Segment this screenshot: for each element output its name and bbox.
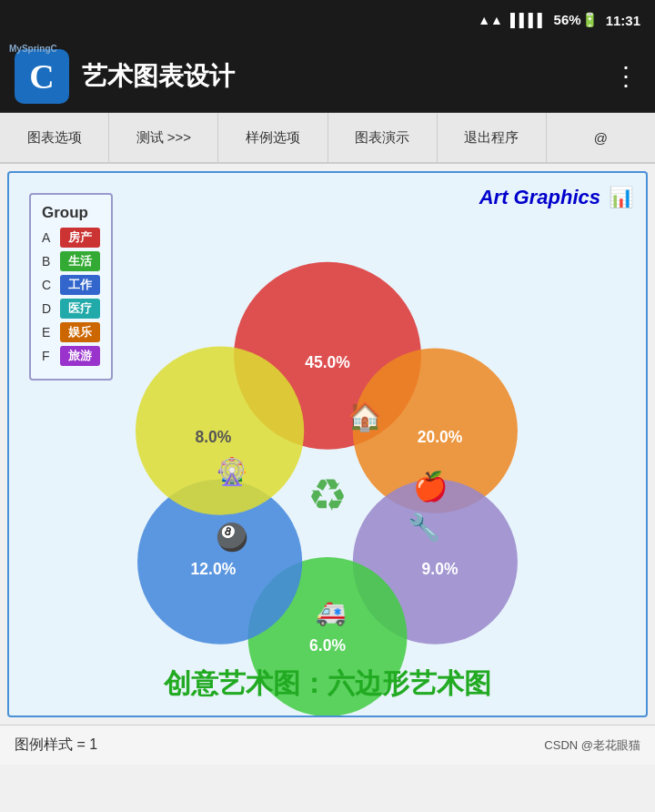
myspringc-label: MySpringC <box>9 44 57 54</box>
svg-text:♻: ♻ <box>307 470 348 520</box>
svg-text:9.0%: 9.0% <box>422 560 458 578</box>
title-bar: C 艺术图表设计 ⋮ <box>0 40 655 113</box>
footer: 图例样式 = 1 CSDN @老花眼猫 <box>0 725 655 765</box>
svg-text:🚑: 🚑 <box>316 598 347 627</box>
svg-text:🎡: 🎡 <box>216 456 248 488</box>
battery-status: 56%🔋 <box>554 12 599 28</box>
svg-text:45.0%: 45.0% <box>305 353 350 371</box>
app-icon: C <box>15 49 69 104</box>
nav-item-demo[interactable]: 图表演示 <box>328 113 438 162</box>
nav-item-samples[interactable]: 样例选项 <box>218 113 328 162</box>
status-bar: ▲▲ ▌▌▌▌ 56%🔋 11:31 <box>0 0 655 40</box>
signal-icon: ▌▌▌▌ <box>510 13 547 27</box>
svg-text:🔧: 🔧 <box>408 512 440 543</box>
chart-bottom-title: 创意艺术图：六边形艺术图 <box>9 665 646 703</box>
svg-text:🎱: 🎱 <box>216 522 248 553</box>
svg-text:🍎: 🍎 <box>413 470 448 503</box>
menu-dots-icon[interactable]: ⋮ <box>613 61 640 91</box>
footer-credits: CSDN @老花眼猫 <box>544 737 640 754</box>
nav-item-exit[interactable]: 退出程序 <box>438 113 547 162</box>
svg-text:8.0%: 8.0% <box>195 428 231 446</box>
app-title: 艺术图表设计 <box>82 59 613 94</box>
nav-item-at[interactable]: @ <box>547 113 655 162</box>
flower-chart-svg: ♻ 45.0% 20.0% 9.0% 6.0% 12.0% 8.0% 🏠 🍎 🔧… <box>9 173 646 716</box>
main-chart-area: Art Graphics 📊 Group A 房产 B 生活 C 工作 D 医疗… <box>7 171 648 717</box>
time-display: 11:31 <box>606 13 640 28</box>
nav-item-test[interactable]: 测试 >>> <box>109 113 218 162</box>
svg-text:🏠: 🏠 <box>348 400 383 433</box>
nav-bar: 图表选项 测试 >>> 样例选项 图表演示 退出程序 @ <box>0 113 655 164</box>
svg-text:20.0%: 20.0% <box>418 428 463 446</box>
nav-item-charts[interactable]: 图表选项 <box>0 113 109 162</box>
app-icon-letter: C <box>29 56 54 96</box>
wifi-icon: ▲▲ <box>478 13 503 27</box>
footer-legend-info: 图例样式 = 1 <box>15 736 97 755</box>
svg-text:12.0%: 12.0% <box>191 560 237 578</box>
svg-text:6.0%: 6.0% <box>309 636 346 655</box>
